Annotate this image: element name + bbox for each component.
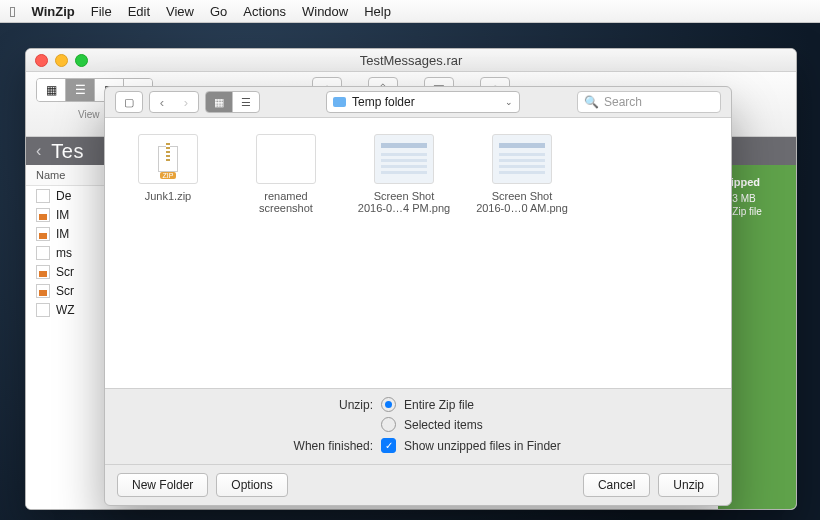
folder-icon — [333, 97, 346, 107]
menu-view[interactable]: View — [166, 4, 194, 19]
menu-window[interactable]: Window — [302, 4, 348, 19]
view-icon-2[interactable]: ☰ — [66, 79, 95, 101]
zip-file-icon — [138, 134, 198, 184]
image-icon — [36, 284, 50, 298]
mac-menubar:  WinZip File Edit View Go Actions Windo… — [0, 0, 820, 23]
search-input[interactable]: 🔍 Search — [577, 91, 721, 113]
doc-icon — [36, 189, 50, 203]
sidebar-toggle[interactable]: ▢ — [115, 91, 143, 113]
view-section-label: View — [78, 109, 100, 120]
cancel-button[interactable]: Cancel — [583, 473, 650, 497]
sheet-button-bar: New Folder Options Cancel Unzip — [105, 464, 731, 505]
radio-entire-zip-label: Entire Zip file — [404, 398, 474, 412]
file-item[interactable]: Screen Shot2016-0…4 PM.png — [349, 134, 459, 214]
image-icon — [36, 265, 50, 279]
sidebar-title: Zipped — [724, 175, 790, 190]
sidebar-count: 1 Zip file — [724, 205, 790, 219]
menu-help[interactable]: Help — [364, 4, 391, 19]
titlebar: TestMessages.rar — [26, 49, 796, 72]
file-browser[interactable]: Junk1.zip renamedscreenshot Screen Shot2… — [105, 118, 731, 389]
window-title: TestMessages.rar — [26, 53, 796, 68]
image-icon — [36, 208, 50, 222]
sidebar-size: 3.3 MB — [724, 192, 790, 206]
path-label: Temp folder — [352, 95, 415, 109]
icon-view-icon[interactable]: ▦ — [206, 92, 233, 112]
radio-selected-items-label: Selected items — [404, 418, 483, 432]
doc-icon — [36, 303, 50, 317]
chevron-updown-icon: ⌄ — [505, 97, 513, 107]
forward-icon[interactable]: › — [174, 92, 198, 112]
view-switch[interactable]: ▦ ☰ — [205, 91, 260, 113]
radio-entire-zip[interactable] — [381, 397, 396, 412]
file-item[interactable]: Junk1.zip — [113, 134, 223, 202]
menu-go[interactable]: Go — [210, 4, 227, 19]
view-icon-1[interactable]: ▦ — [37, 79, 66, 101]
search-placeholder: Search — [604, 95, 642, 109]
app-menu[interactable]: WinZip — [31, 4, 74, 19]
breadcrumb: Tes — [51, 140, 84, 163]
search-icon: 🔍 — [584, 95, 599, 109]
screenshot-icon — [374, 134, 434, 184]
text-icon — [36, 246, 50, 260]
new-folder-button[interactable]: New Folder — [117, 473, 208, 497]
list-view-icon[interactable]: ☰ — [233, 92, 259, 112]
screenshot-icon — [492, 134, 552, 184]
radio-selected-items[interactable] — [381, 417, 396, 432]
path-popup[interactable]: Temp folder ⌄ — [326, 91, 520, 113]
back-chevron-icon[interactable]: ‹ — [36, 142, 41, 160]
file-item[interactable]: renamedscreenshot — [231, 134, 341, 214]
image-icon — [36, 227, 50, 241]
when-finished-label: When finished: — [121, 439, 373, 453]
menu-edit[interactable]: Edit — [128, 4, 150, 19]
sidebar-toggle-icon: ▢ — [116, 92, 142, 112]
unzip-sheet: ▢ ‹ › ▦ ☰ Temp folder ⌄ 🔍 Search Junk1.z… — [104, 86, 732, 506]
unzip-options: Unzip: Entire Zip file Selected items Wh… — [105, 389, 731, 464]
file-item[interactable]: Screen Shot2016-0…0 AM.png — [467, 134, 577, 214]
sheet-toolbar: ▢ ‹ › ▦ ☰ Temp folder ⌄ 🔍 Search — [105, 87, 731, 118]
unzip-scope-label: Unzip: — [121, 398, 373, 412]
file-icon — [256, 134, 316, 184]
unzip-confirm-button[interactable]: Unzip — [658, 473, 719, 497]
nav-buttons[interactable]: ‹ › — [149, 91, 199, 113]
back-icon[interactable]: ‹ — [150, 92, 174, 112]
checkbox-show-in-finder-label: Show unzipped files in Finder — [404, 439, 561, 453]
menu-actions[interactable]: Actions — [243, 4, 286, 19]
checkbox-show-in-finder[interactable]: ✓ — [381, 438, 396, 453]
menu-file[interactable]: File — [91, 4, 112, 19]
apple-menu-icon[interactable]:  — [10, 4, 15, 19]
options-button[interactable]: Options — [216, 473, 287, 497]
